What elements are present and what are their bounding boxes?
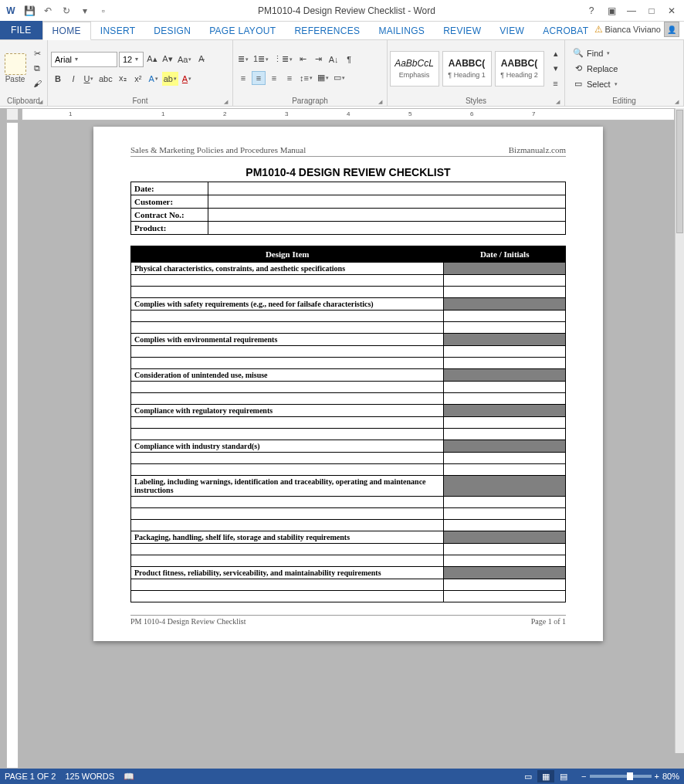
shading-icon[interactable]: ▦▾ — [316, 71, 330, 85]
read-mode-icon[interactable]: ▭ — [520, 770, 537, 782]
tab-home[interactable]: HOME — [42, 22, 91, 40]
tab-design[interactable]: DESIGN — [144, 22, 200, 39]
zoom-slider[interactable] — [590, 775, 652, 778]
zoom-in-icon[interactable]: + — [655, 772, 659, 781]
align-left-icon[interactable]: ≡ — [236, 71, 250, 85]
proofing-icon[interactable]: 📖 — [124, 772, 134, 782]
font-color-icon[interactable]: A▾ — [180, 72, 194, 86]
help-icon[interactable]: ? — [582, 2, 601, 19]
grow-font-icon[interactable]: A▴ — [145, 53, 159, 66]
tab-view[interactable]: VIEW — [490, 22, 533, 39]
table-row — [131, 497, 566, 508]
vertical-ruler[interactable] — [6, 122, 19, 769]
web-layout-icon[interactable]: ▤ — [555, 770, 572, 782]
replace-button[interactable]: ⟲Replace — [571, 62, 619, 76]
styles-scroll-up-icon[interactable]: ▴ — [549, 47, 563, 61]
underline-button[interactable]: U▾ — [82, 72, 96, 86]
styles-scroll-down-icon[interactable]: ▾ — [549, 62, 563, 76]
blank-cell — [444, 311, 566, 322]
vertical-scrollbar[interactable] — [675, 108, 684, 753]
copy-icon[interactable]: ⧉ — [30, 62, 44, 76]
align-center-icon[interactable]: ≡ — [252, 71, 266, 85]
blank-cell — [444, 346, 566, 358]
cut-icon[interactable]: ✂ — [30, 47, 44, 61]
multilevel-list-icon[interactable]: ⋮≣▾ — [272, 53, 294, 66]
statusbar: PAGE 1 OF 2 125 WORDS 📖 ▭ ▦ ▤ − + 80% — [0, 769, 684, 784]
tab-review[interactable]: REVIEW — [434, 22, 490, 39]
style-emphasis[interactable]: AaBbCcLEmphasis — [390, 51, 439, 87]
repeat-icon[interactable]: ↻ — [59, 3, 74, 19]
font-size-combo[interactable]: 12▾ — [119, 52, 144, 67]
document-page[interactable]: Sales & Marketing Policies and Procedure… — [93, 127, 603, 641]
decrease-indent-icon[interactable]: ⇤ — [296, 53, 310, 66]
table-row — [131, 429, 566, 440]
font-name-combo[interactable]: Arial▾ — [51, 52, 117, 67]
style-heading-2[interactable]: AABBC(¶ Heading 2 — [495, 51, 544, 87]
close-icon[interactable]: ✕ — [662, 2, 681, 19]
increase-indent-icon[interactable]: ⇥ — [311, 53, 325, 66]
strikethrough-button[interactable]: abc — [97, 72, 114, 86]
select-icon: ▭ — [573, 79, 584, 89]
user-name[interactable]: Bianca Viviano — [604, 25, 661, 34]
tab-page-layout[interactable]: PAGE LAYOUT — [200, 22, 285, 39]
highlight-icon[interactable]: ab▾ — [162, 72, 178, 86]
show-marks-icon[interactable]: ¶ — [342, 53, 356, 66]
zoom-out-icon[interactable]: − — [581, 772, 586, 781]
clear-formatting-icon[interactable]: A̶ — [195, 53, 208, 66]
document-area[interactable]: Sales & Marketing Policies and Procedure… — [22, 122, 675, 769]
text-effects-icon[interactable]: A▾ — [147, 72, 161, 86]
justify-icon[interactable]: ≡ — [283, 71, 296, 85]
italic-button[interactable]: I — [66, 72, 80, 86]
zoom-control[interactable]: − + 80% — [581, 772, 679, 781]
styles-gallery[interactable]: AaBbCcLEmphasis AABBC(¶ Heading 1 AABBC(… — [390, 51, 544, 87]
table-row — [131, 382, 566, 393]
sort-icon[interactable]: A↓ — [327, 53, 340, 66]
qat-extra-icon[interactable]: ▫ — [96, 3, 111, 19]
change-case-icon[interactable]: Aa▾ — [176, 53, 193, 66]
align-right-icon[interactable]: ≡ — [267, 71, 281, 85]
status-page[interactable]: PAGE 1 OF 2 — [5, 772, 56, 781]
print-layout-icon[interactable]: ▦ — [537, 770, 554, 782]
blank-cell — [131, 544, 444, 555]
blank-cell — [131, 287, 444, 298]
tab-file[interactable]: FILE — [0, 21, 42, 39]
date-initials-cell — [444, 531, 566, 544]
status-words[interactable]: 125 WORDS — [65, 772, 114, 781]
scrollbar-thumb[interactable] — [676, 110, 683, 233]
bold-button[interactable]: B — [51, 72, 65, 86]
ribbon: Paste ✂ ⧉ 🖌 Clipboard Arial▾ 12▾ A▴ A▾ A… — [0, 40, 684, 107]
ribbon-options-icon[interactable]: ▣ — [602, 2, 621, 19]
minimize-icon[interactable]: — — [622, 2, 641, 19]
paste-button[interactable]: Paste — [3, 44, 27, 93]
superscript-button[interactable]: x² — [131, 72, 145, 86]
borders-icon[interactable]: ▭▾ — [332, 71, 347, 85]
maximize-icon[interactable]: □ — [642, 2, 661, 19]
format-painter-icon[interactable]: 🖌 — [30, 76, 44, 90]
qat-more-icon[interactable]: ▾ — [77, 3, 93, 19]
blank-cell — [131, 508, 444, 520]
ruler-corner[interactable] — [6, 108, 19, 120]
style-heading-1[interactable]: AABBC(¶ Heading 1 — [442, 51, 492, 87]
table-row — [131, 275, 566, 287]
subscript-button[interactable]: x₂ — [116, 72, 130, 86]
tab-mailings[interactable]: MAILINGS — [369, 22, 434, 39]
blank-cell — [131, 579, 444, 591]
bullets-icon[interactable]: ≣▾ — [236, 53, 250, 66]
tab-insert[interactable]: INSERT — [91, 22, 145, 39]
table-row: Consideration of unintended use, misuse — [131, 369, 566, 382]
undo-icon[interactable]: ↶ — [40, 3, 56, 19]
horizontal-ruler[interactable]: 1 1 2 3 4 5 6 7 — [22, 108, 675, 120]
shrink-font-icon[interactable]: A▾ — [161, 53, 174, 66]
select-button[interactable]: ▭Select▾ — [571, 77, 619, 91]
tab-acrobat[interactable]: ACROBAT — [533, 22, 598, 39]
user-avatar-icon[interactable]: 👤 — [664, 22, 679, 37]
tab-references[interactable]: REFERENCES — [285, 22, 369, 39]
styles-more-icon[interactable]: ≡ — [549, 76, 563, 90]
find-button[interactable]: 🔍Find▾ — [571, 46, 619, 60]
doc-header-left: Sales & Marketing Policies and Procedure… — [130, 145, 306, 154]
line-spacing-icon[interactable]: ↕≡▾ — [298, 71, 314, 85]
save-icon[interactable]: 💾 — [22, 3, 37, 19]
zoom-level[interactable]: 80% — [662, 772, 679, 781]
date-initials-cell — [444, 567, 566, 579]
numbering-icon[interactable]: 1≣▾ — [252, 53, 270, 66]
